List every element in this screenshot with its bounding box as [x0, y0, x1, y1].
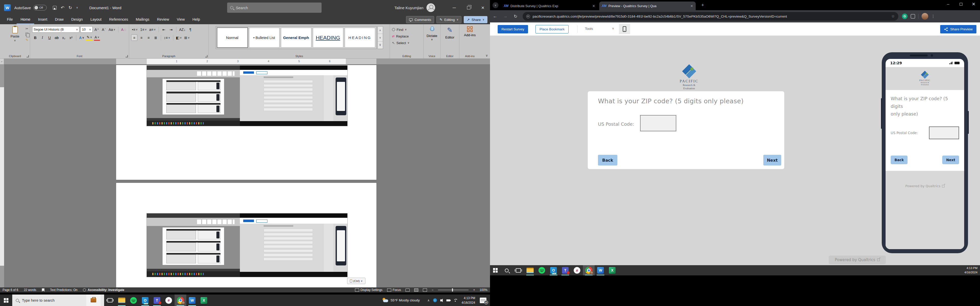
minimize-button[interactable]: ─: [447, 0, 461, 15]
bullets-icon[interactable]: •≡∨: [131, 26, 138, 33]
spotify-button[interactable]: [127, 295, 139, 306]
clipboard-dialog-launcher[interactable]: [27, 55, 29, 57]
battery-icon[interactable]: [446, 300, 450, 301]
gallery-more-icon[interactable]: ⊽: [378, 41, 383, 49]
word-count[interactable]: 22 words: [24, 288, 36, 292]
highlight-button[interactable]: ✎∨: [86, 35, 93, 41]
vertical-ruler[interactable]: [0, 64, 4, 287]
style-general-emph[interactable]: General Emph: [281, 28, 311, 48]
spotify-button[interactable]: [536, 265, 548, 275]
cortana-briefcase-icon[interactable]: [86, 295, 100, 306]
tab-design[interactable]: Design: [67, 15, 86, 24]
increase-indent-icon[interactable]: ⇥: [168, 26, 174, 33]
style-heading1[interactable]: HEADING: [313, 28, 343, 48]
phone-powered-by[interactable]: Powered by Qualtrics: [905, 184, 945, 188]
read-mode-icon[interactable]: [406, 289, 410, 292]
print-layout-icon[interactable]: [414, 289, 418, 292]
tab-mailings[interactable]: Mailings: [132, 15, 153, 24]
embedded-screenshot-1[interactable]: [147, 65, 347, 126]
paste-button[interactable]: Paste∨: [11, 26, 19, 42]
display-settings[interactable]: Display Settings: [355, 288, 383, 292]
zoom-slider[interactable]: [438, 290, 469, 290]
slack-button[interactable]: #: [163, 295, 175, 306]
text-predictions[interactable]: Text Predictions: On: [50, 288, 77, 292]
font-name-select[interactable]: Segoe UI Historic (B∨: [32, 26, 80, 33]
document-page-5[interactable]: [116, 65, 376, 180]
weather-widget[interactable]: 55°F Mostly cloudy: [382, 298, 420, 303]
cut-icon[interactable]: ✂: [25, 27, 28, 30]
address-bar[interactable]: pacificresearch.qualtrics.com/jfe/previe…: [523, 12, 898, 21]
underline-button[interactable]: U: [46, 35, 52, 41]
close-tab-icon[interactable]: ✕: [690, 4, 693, 8]
paste-options-button[interactable]: (Ctrl)∨: [347, 278, 366, 284]
redo-icon[interactable]: ↻: [68, 5, 72, 11]
gallery-up-icon[interactable]: ∧: [378, 27, 383, 34]
line-spacing-icon[interactable]: ↕≡∨: [163, 35, 171, 41]
close-button[interactable]: ×: [476, 0, 490, 15]
comments-button[interactable]: Comments: [406, 16, 434, 23]
new-tab-icon[interactable]: +: [701, 3, 704, 8]
close-tab-icon[interactable]: ✕: [592, 4, 595, 8]
document-canvas[interactable]: (Ctrl)∨: [4, 64, 490, 287]
speaker-icon[interactable]: [440, 300, 442, 301]
superscript-button[interactable]: x²: [68, 35, 74, 41]
customize-qat-icon[interactable]: ∨: [76, 6, 78, 9]
tools-dropdown[interactable]: Tools: [585, 27, 593, 30]
phone-back-button[interactable]: Back: [891, 155, 907, 164]
decrease-indent-icon[interactable]: ⇤: [161, 26, 167, 33]
next-button[interactable]: Next: [763, 155, 781, 165]
italic-button[interactable]: I: [39, 35, 45, 41]
taskbar-search-box[interactable]: [12, 295, 104, 306]
minimize-button[interactable]: ─: [942, 0, 955, 8]
restore-button[interactable]: [461, 0, 476, 15]
tab-layout[interactable]: Layout: [86, 15, 105, 24]
chrome-button[interactable]: [583, 265, 595, 275]
grammarly-extension-icon[interactable]: G: [902, 14, 907, 19]
forward-icon[interactable]: →: [500, 14, 511, 19]
share-preview-button[interactable]: Share Preview: [940, 25, 977, 33]
phone-next-button[interactable]: Next: [942, 155, 959, 164]
web-layout-icon[interactable]: [423, 289, 427, 292]
tab-stop-selector[interactable]: ⌐: [0, 59, 4, 64]
autosave-toggle[interactable]: Off: [33, 5, 47, 11]
excel-button[interactable]: X: [198, 295, 210, 306]
reload-icon[interactable]: ↻: [511, 14, 520, 19]
editor-icon[interactable]: ✎: [447, 26, 453, 34]
outlook-button[interactable]: ONEW: [139, 295, 151, 306]
task-view-button[interactable]: [104, 295, 116, 306]
teams-button[interactable]: T: [151, 295, 163, 306]
slack-button[interactable]: #: [571, 265, 583, 275]
tab-insert[interactable]: Insert: [34, 15, 51, 24]
change-case-button[interactable]: Aa∨: [108, 26, 116, 33]
place-bookmark-button[interactable]: Place Bookmark: [535, 25, 569, 33]
justify-icon[interactable]: ≣: [153, 35, 159, 41]
font-dialog-launcher[interactable]: [126, 55, 128, 57]
extensions-icon[interactable]: [911, 14, 915, 19]
tab-view[interactable]: View: [173, 15, 189, 24]
task-view-button[interactable]: [512, 265, 524, 275]
start-button[interactable]: [490, 265, 501, 275]
word-button[interactable]: W: [186, 295, 198, 306]
action-center-button[interactable]: 22: [480, 298, 487, 303]
format-painter-icon[interactable]: ✎: [25, 38, 28, 42]
word-search-input[interactable]: [236, 6, 307, 10]
taskbar-clock[interactable]: 4:13 PM 4/16/2024: [964, 266, 977, 275]
sort-icon[interactable]: AZ↓: [178, 26, 186, 33]
powered-by-qualtrics[interactable]: Powered by Qualtrics: [829, 255, 886, 264]
bookmark-star-icon[interactable]: ☆: [891, 14, 895, 19]
tab-distribute-survey[interactable]: XM Distribute Survey | Qualtrics Exp ✕: [501, 2, 598, 10]
back-icon[interactable]: ←: [490, 14, 500, 19]
dictate-button[interactable]: Dictate: [426, 34, 437, 38]
tab-search-icon[interactable]: ∨: [493, 2, 498, 8]
strikethrough-button[interactable]: ab: [54, 35, 60, 41]
zip-code-input[interactable]: [640, 115, 676, 131]
tab-preview-survey[interactable]: XM Preview - Qualtrics Survey | Qua ✕: [599, 2, 696, 10]
shading-icon[interactable]: ◧∨: [175, 35, 183, 41]
font-size-select[interactable]: 10∨: [80, 26, 92, 33]
focus-mode[interactable]: Focus: [387, 288, 401, 292]
subscript-button[interactable]: x₂: [61, 35, 67, 41]
start-button[interactable]: [0, 295, 12, 306]
zoom-in-icon[interactable]: +: [473, 288, 475, 292]
taskbar-clock[interactable]: 4:13 PM 4/16/2024: [462, 296, 475, 305]
back-button[interactable]: Back: [598, 155, 617, 165]
